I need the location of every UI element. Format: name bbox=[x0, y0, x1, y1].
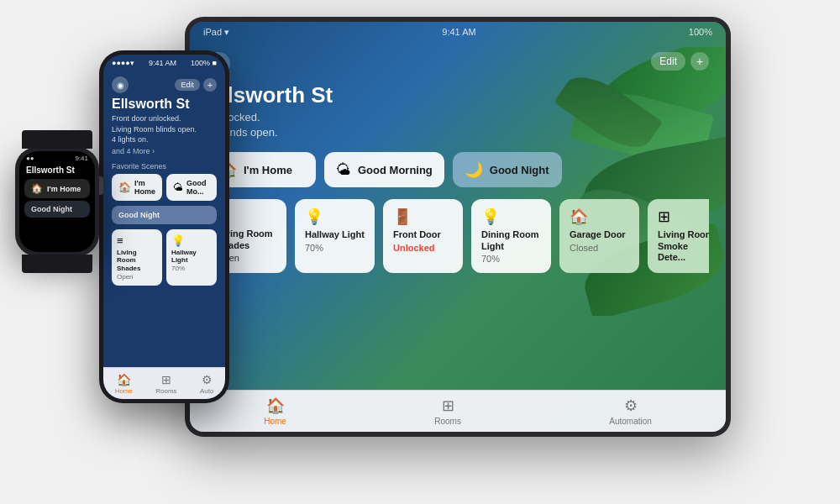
tablet-edit-button[interactable]: Edit bbox=[651, 52, 685, 71]
phone-more[interactable]: and 4 More › bbox=[112, 147, 217, 155]
phone-scene-home[interactable]: 🏠 I'm Home bbox=[112, 174, 162, 201]
phone-tab-auto[interactable]: ⚙ Auto bbox=[200, 373, 213, 395]
phone-tab-home-icon: 🏠 bbox=[117, 373, 131, 386]
phone-scene-home-label: I'm Home bbox=[134, 179, 155, 196]
dining-light-status: 70% bbox=[481, 254, 541, 264]
scene-night-icon: 🌙 bbox=[465, 160, 483, 179]
tablet-header-actions: Edit + bbox=[651, 52, 709, 71]
phone-acc-hallway-icon: 💡 bbox=[171, 234, 212, 247]
hallway-light-name: Hallway Light bbox=[305, 229, 365, 240]
phone-scenes-label: Favorite Scenes bbox=[112, 162, 217, 171]
phone-add-button[interactable]: + bbox=[203, 78, 217, 92]
watch-screen: ●● 9:41 Ellsworth St 🏠 I'm Home Good Nig… bbox=[19, 151, 95, 252]
tablet-device: iPad ▾ 9:41 AM 100% ◉ Edit + Ellsworth S… bbox=[185, 17, 731, 437]
garage-icon: 🏠 bbox=[570, 207, 629, 226]
watch-scene-night-label: Good Night bbox=[31, 205, 72, 213]
phone-tab-rooms-icon: ⊞ bbox=[161, 373, 171, 386]
front-door-name: Front Door bbox=[393, 229, 453, 240]
phone-tab-home[interactable]: 🏠 Home bbox=[115, 373, 133, 395]
tab-rooms[interactable]: ⊞ Rooms bbox=[434, 396, 461, 426]
phone-header-btns: Edit + bbox=[175, 78, 217, 92]
phone-status-right: 100% ■ bbox=[191, 59, 217, 67]
tab-home-label: Home bbox=[264, 417, 286, 426]
watch-scene-home-icon: 🏠 bbox=[31, 183, 43, 194]
tablet-header: ◉ Edit + bbox=[207, 52, 709, 76]
tab-rooms-icon: ⊞ bbox=[442, 396, 454, 415]
phone-acc-livingroom-name: Living Room bbox=[117, 249, 157, 265]
phone-acc-livingroom[interactable]: ≡ Living Room Shades Open bbox=[112, 229, 162, 286]
accessory-front-door[interactable]: 🚪 Front Door Unlocked bbox=[383, 199, 463, 273]
accessory-garage[interactable]: 🏠 Garage Door Closed bbox=[559, 199, 639, 273]
tab-automation-label: Automation bbox=[609, 417, 652, 426]
phone-good-night[interactable]: Good Night bbox=[112, 206, 217, 224]
garage-status: Closed bbox=[570, 243, 629, 253]
watch-band-top bbox=[22, 130, 92, 149]
phone-tab-auto-label: Auto bbox=[200, 387, 213, 395]
phone-tab-home-label: Home bbox=[115, 387, 133, 395]
accessory-dining-light[interactable]: 💡 Dining Room Light 70% bbox=[471, 199, 551, 273]
tablet-tab-bar: 🏠 Home ⊞ Rooms ⚙ Automation bbox=[190, 390, 726, 432]
front-door-icon: 🚪 bbox=[393, 207, 453, 226]
tablet-scenes-row: 🏠 I'm Home 🌤 Good Morning 🌙 Good Night bbox=[207, 152, 709, 187]
dining-light-name: Dining Room Light bbox=[481, 229, 541, 251]
scene-morning-label: Good Morning bbox=[358, 164, 433, 176]
phone-device: ●●●●▾ 9:41 AM 100% ■ ◉ Edit + Ellsworth … bbox=[99, 50, 229, 403]
phone-accessories-row: ≡ Living Room Shades Open 💡 Hallway Ligh… bbox=[112, 229, 217, 286]
watch-home-name: Ellsworth St bbox=[19, 164, 95, 176]
phone-location-icon: ◉ bbox=[112, 76, 129, 93]
phone-edit-button[interactable]: Edit bbox=[175, 79, 200, 91]
phone-tab-rooms-label: Rooms bbox=[155, 387, 176, 395]
scene-morning-icon: 🌤 bbox=[336, 161, 351, 179]
watch-crown bbox=[99, 176, 103, 195]
scene-card-night[interactable]: 🌙 Good Night bbox=[453, 152, 562, 187]
tab-home[interactable]: 🏠 Home bbox=[264, 396, 286, 426]
phone-header: ◉ Edit + bbox=[112, 76, 217, 93]
accessory-smoke[interactable]: ⊞ Living Room Smoke Dete... bbox=[648, 199, 709, 273]
scene-night-label: Good Night bbox=[490, 164, 549, 176]
phone-scene-morning[interactable]: 🌤 Good Mo... bbox=[166, 174, 217, 201]
watch-status-bar: ●● 9:41 bbox=[19, 151, 95, 164]
phone-screen: ●●●●▾ 9:41 AM 100% ■ ◉ Edit + Ellsworth … bbox=[103, 55, 225, 399]
phone-scene-morning-label: Good Mo... bbox=[186, 179, 210, 196]
tab-rooms-label: Rooms bbox=[434, 417, 461, 426]
watch-scene-home[interactable]: 🏠 I'm Home bbox=[24, 179, 90, 198]
accessory-hallway-light[interactable]: 💡 Hallway Light 70% bbox=[295, 199, 375, 273]
tablet-status-left: iPad ▾ bbox=[203, 27, 229, 38]
tablet-content: ◉ Edit + Ellsworth St r unlocked. m blin… bbox=[190, 42, 726, 390]
phone-tab-rooms[interactable]: ⊞ Rooms bbox=[155, 373, 176, 395]
phone-status-left: ●●●●▾ bbox=[112, 59, 134, 67]
hallway-light-status: 70% bbox=[305, 243, 365, 253]
tablet-accessories-row: ≡ Living Room Shades Open 💡 Hallway Ligh… bbox=[207, 199, 709, 273]
tab-automation[interactable]: ⚙ Automation bbox=[609, 396, 652, 426]
phone-acc-livingroom-icon: ≡ bbox=[117, 234, 157, 247]
phone-home-name: Ellsworth St bbox=[112, 97, 217, 112]
tab-automation-icon: ⚙ bbox=[624, 396, 638, 415]
phone-scene-home-icon: 🏠 bbox=[118, 181, 131, 193]
garage-name: Garage Door bbox=[570, 229, 629, 240]
watch-scene-night[interactable]: Good Night bbox=[24, 201, 90, 218]
tablet-home-name: Ellsworth St bbox=[207, 82, 709, 108]
phone-status-bar: ●●●●▾ 9:41 AM 100% ■ bbox=[103, 55, 225, 71]
watch-scene-home-label: I'm Home bbox=[47, 185, 81, 193]
tablet-status-center: 9:41 AM bbox=[442, 27, 475, 37]
phone-acc-hallway[interactable]: 💡 Hallway Light 70% bbox=[166, 229, 217, 286]
hallway-light-icon: 💡 bbox=[305, 207, 365, 226]
scene-card-morning[interactable]: 🌤 Good Morning bbox=[324, 152, 444, 187]
tablet-status-text: r unlocked. m blinds open. bbox=[207, 110, 709, 140]
scene-home-label: I'm Home bbox=[244, 164, 292, 176]
dining-light-icon: 💡 bbox=[481, 207, 541, 226]
tab-home-icon: 🏠 bbox=[266, 396, 285, 415]
tablet-add-button[interactable]: + bbox=[690, 52, 709, 71]
phone-status-center: 9:41 AM bbox=[149, 59, 176, 67]
phone-content: ◉ Edit + Ellsworth St Front door unlocke… bbox=[103, 71, 225, 291]
smoke-icon: ⊞ bbox=[658, 207, 709, 226]
phone-tab-bar: 🏠 Home ⊞ Rooms ⚙ Auto bbox=[103, 367, 225, 399]
phone-acc-hallway-status: 70% bbox=[171, 265, 212, 272]
watch-device: ●● 9:41 Ellsworth St 🏠 I'm Home Good Nig… bbox=[15, 147, 99, 256]
smoke-name: Living Room Smoke Dete... bbox=[658, 229, 709, 263]
watch-status-right: 9:41 bbox=[75, 155, 88, 162]
phone-status-info: Front door unlocked. Living Room blinds … bbox=[112, 113, 217, 145]
front-door-status: Unlocked bbox=[393, 243, 453, 253]
watch-status-left: ●● bbox=[26, 155, 34, 162]
tablet-status-right: 100% bbox=[689, 27, 712, 37]
